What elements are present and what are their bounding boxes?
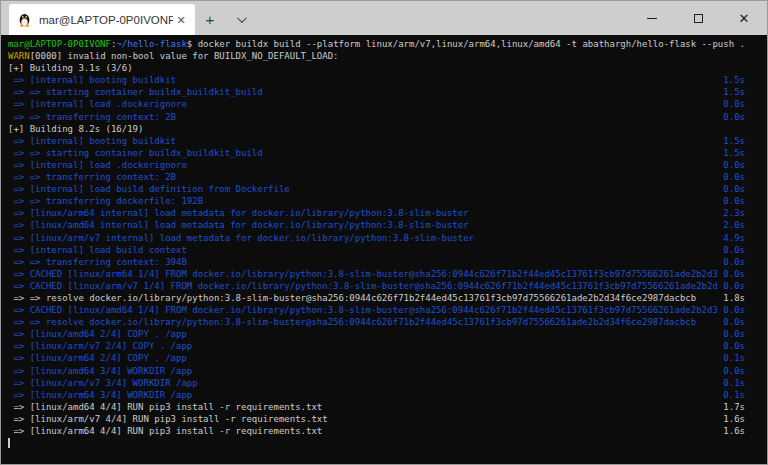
terminal-viewport[interactable]: mar@LAPTOP-0P0IVONF:~/hello-flask$ docke… (1, 35, 767, 464)
terminal-line: => [linux/arm64 3/4] WORKDIR /app0.1s (8, 389, 745, 401)
terminal-line: => => transferring dockerfile: 192B0.0s (8, 195, 745, 207)
terminal-text-segment: [+] Building 8.2s (16/19) (8, 123, 143, 135)
step-duration: 1.5s (717, 86, 745, 98)
terminal-cursor (8, 438, 10, 448)
step-duration: 0.0s (717, 111, 745, 123)
terminal-line: => CACHED [linux/arm/v7 1/4] FROM docker… (8, 280, 745, 292)
terminal-line: => => transferring context: 394B0.0s (8, 256, 745, 268)
terminal-text-segment: WARN (8, 50, 30, 62)
terminal-line (8, 437, 745, 449)
terminal-text-segment: => [linux/arm/v7 internal] load metadata… (8, 232, 474, 244)
terminal-text-segment: => CACHED [linux/arm64 1/4] FROM docker.… (8, 268, 717, 280)
step-duration: 0.0s (717, 328, 745, 340)
maximize-button[interactable] (675, 1, 721, 35)
step-duration: 0.0s (717, 244, 745, 256)
close-x-icon: ✕ (739, 12, 750, 25)
tab-close-icon[interactable]: ✕ (173, 12, 189, 28)
step-duration: 0.0s (717, 316, 745, 328)
terminal-text-segment: => [linux/arm/v7 4/4] RUN pip3 install -… (8, 413, 328, 425)
step-duration: 2.0s (717, 219, 745, 231)
terminal-text-segment: mar@LAPTOP-0P0IVONF (8, 38, 111, 50)
tux-penguin-icon (17, 12, 32, 27)
step-duration: 0.0s (717, 304, 745, 316)
step-duration: 0.0s (717, 280, 745, 292)
maximize-box-icon (694, 14, 703, 23)
step-duration: 1.5s (717, 74, 745, 86)
terminal-text-segment: => [internal] load .dockerignore (8, 98, 187, 110)
terminal-text-segment: => [linux/arm64 internal] load metadata … (8, 207, 469, 219)
terminal-line: mar@LAPTOP-0P0IVONF:~/hello-flask$ docke… (8, 38, 745, 50)
minimize-dash-icon (647, 18, 657, 19)
terminal-text-segment: => CACHED [linux/arm/v7 1/4] FROM docker… (8, 280, 717, 292)
step-duration: 0.1s (717, 377, 745, 389)
terminal-line: => [internal] load .dockerignore0.0s (8, 98, 745, 110)
new-tab-button[interactable]: + (195, 4, 225, 35)
terminal-line: => => resolve docker.io/library/python:3… (8, 316, 745, 328)
terminal-line: => [linux/arm64 2/4] COPY . /app0.1s (8, 352, 745, 364)
terminal-line: [+] Building 3.1s (3/6) (8, 62, 745, 74)
terminal-text-segment: => => resolve docker.io/library/python:3… (8, 292, 696, 304)
terminal-line: => => transferring context: 2B0.0s (8, 171, 745, 183)
terminal-text-segment: => [linux/arm64 4/4] RUN pip3 install -r… (8, 425, 322, 437)
terminal-text-segment: => => transferring context: 394B (8, 256, 187, 268)
terminal-line: => => starting container buildx_buildkit… (8, 86, 745, 98)
terminal-line: => [linux/arm64 4/4] RUN pip3 install -r… (8, 425, 745, 437)
terminal-text-segment: => [internal] load build definition from… (8, 183, 290, 195)
terminal-text-segment: => [linux/amd64 4/4] RUN pip3 install -r… (8, 401, 322, 413)
terminal-line: => [linux/arm/v7 3/4] WORKDIR /app0.1s (8, 377, 745, 389)
terminal-line: => => starting container buildx_buildkit… (8, 147, 745, 159)
tab-dropdown-button[interactable] (225, 4, 255, 35)
terminal-line: => => resolve docker.io/library/python:3… (8, 292, 745, 304)
terminal-line: => [internal] load .dockerignore0.0s (8, 159, 745, 171)
terminal-text-segment: => [linux/amd64 3/4] WORKDIR /app (8, 365, 192, 377)
terminal-text-segment: => [linux/arm/v7 2/4] COPY . /app (8, 340, 192, 352)
tab-bash-session[interactable]: mar@LAPTOP-0P0IVONF: ~/hel ✕ (9, 4, 195, 35)
terminal-line: => [internal] load build context0.0s (8, 244, 745, 256)
terminal-line: => [internal] load build definition from… (8, 183, 745, 195)
terminal-window: mar@LAPTOP-0P0IVONF: ~/hel ✕ + ✕ mar@LAP… (0, 0, 768, 465)
terminal-text-segment: => [linux/amd64 internal] load metadata … (8, 219, 469, 231)
terminal-text-segment: [+] Building 3.1s (3/6) (8, 62, 133, 74)
terminal-line: => [linux/amd64 3/4] WORKDIR /app0.0s (8, 365, 745, 377)
step-duration: 1.5s (717, 147, 745, 159)
terminal-line: => [linux/arm/v7 internal] load metadata… (8, 232, 745, 244)
terminal-line: => [linux/arm/v7 2/4] COPY . /app0.0s (8, 340, 745, 352)
terminal-text-segment: ~/hello-flask (116, 38, 186, 50)
step-duration: 1.6s (717, 425, 745, 437)
terminal-text-segment: => [linux/arm64 3/4] WORKDIR /app (8, 389, 192, 401)
plus-icon: + (206, 11, 215, 28)
terminal-text-segment: => [internal] load build context (8, 244, 187, 256)
terminal-line: => [internal] booting buildkit1.5s (8, 74, 745, 86)
step-duration: 0.0s (717, 340, 745, 352)
terminal-line: => => transferring context: 2B0.0s (8, 111, 745, 123)
terminal-text-segment: => [linux/arm/v7 3/4] WORKDIR /app (8, 377, 198, 389)
terminal-text-segment: => [internal] booting buildkit (8, 74, 176, 86)
terminal-text-segment: => => transferring context: 2B (8, 171, 176, 183)
terminal-text-segment: => => transferring dockerfile: 192B (8, 195, 203, 207)
terminal-line: => [linux/amd64 2/4] COPY . /app0.0s (8, 328, 745, 340)
terminal-text-segment: => [linux/arm64 2/4] COPY . /app (8, 352, 187, 364)
step-duration: 0.0s (717, 256, 745, 268)
step-duration: 0.0s (717, 365, 745, 377)
terminal-text-segment: => => starting container buildx_buildkit… (8, 147, 263, 159)
terminal-text-segment: $ docker buildx build --platform linux/a… (187, 38, 745, 50)
close-button[interactable]: ✕ (721, 1, 767, 35)
terminal-text-segment: => => resolve docker.io/library/python:3… (8, 316, 696, 328)
minimize-button[interactable] (629, 1, 675, 35)
step-duration: 1.7s (717, 401, 745, 413)
caption-buttons: ✕ (629, 1, 767, 35)
terminal-line: => [linux/amd64 internal] load metadata … (8, 219, 745, 231)
step-duration: 0.0s (717, 159, 745, 171)
terminal-line: => [linux/arm64 internal] load metadata … (8, 207, 745, 219)
tab-title: mar@LAPTOP-0P0IVONF: ~/hel (39, 14, 173, 26)
titlebar: mar@LAPTOP-0P0IVONF: ~/hel ✕ + ✕ (1, 1, 767, 35)
step-duration: 0.0s (717, 183, 745, 195)
terminal-text-segment: [0000] invalid non-bool value for BUILDX… (30, 50, 339, 62)
step-duration: 0.1s (717, 352, 745, 364)
terminal-line: WARN[0000] invalid non-bool value for BU… (8, 50, 745, 62)
step-duration: 0.0s (717, 98, 745, 110)
terminal-line: [+] Building 8.2s (16/19) (8, 123, 745, 135)
step-duration: 0.0s (717, 171, 745, 183)
terminal-line: => [linux/arm/v7 4/4] RUN pip3 install -… (8, 413, 745, 425)
terminal-line: => [internal] booting buildkit1.5s (8, 135, 745, 147)
